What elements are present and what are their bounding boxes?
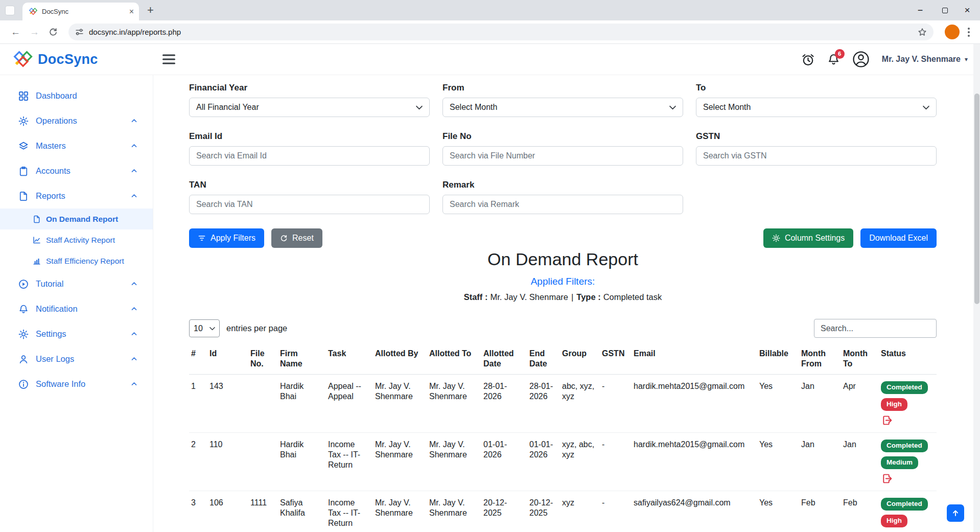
sidebar-item-software-info[interactable]: Software Info (0, 372, 153, 397)
reset-button[interactable]: Reset (271, 228, 322, 248)
sidebar-item-settings[interactable]: Settings (0, 321, 153, 346)
sidebar-item-label: User Logs (36, 354, 124, 364)
cell-month-from: Feb (799, 491, 841, 532)
window-minimize-button[interactable]: − (912, 0, 929, 20)
financial-year-select[interactable]: All Financial Year (189, 98, 430, 117)
cell-group: xyz, abc, xyz (560, 433, 600, 491)
cell-num: 1 (189, 375, 207, 433)
sidebar-item-on-demand-report[interactable]: On Demand Report (0, 209, 153, 229)
cell-billable: Yes (757, 433, 799, 491)
column-header[interactable]: GSTN (600, 344, 632, 375)
column-header[interactable]: Month From (799, 344, 841, 375)
gstn-label: GSTN (696, 131, 937, 142)
tab-title: DocSync (42, 8, 125, 15)
sidebar-item-accounts[interactable]: Accounts (0, 158, 153, 183)
notifications-bell-icon[interactable]: 6 (827, 53, 840, 66)
window-close-button[interactable]: × (959, 0, 976, 20)
download-excel-button[interactable]: Download Excel (860, 228, 937, 248)
column-header[interactable]: File No. (248, 344, 278, 375)
table-search-input[interactable] (814, 319, 937, 338)
column-header[interactable]: Month To (841, 344, 879, 375)
cell-billable: Yes (757, 491, 799, 532)
status-badge: Completed (881, 440, 928, 452)
sidebar-item-staff-activity-report[interactable]: Staff Activity Report (0, 229, 153, 250)
main-content: Financial Year All Financial Year From S… (153, 75, 980, 532)
gear-icon (18, 116, 29, 126)
tune-icon (75, 28, 84, 36)
scroll-to-top-button[interactable] (947, 504, 964, 522)
cell-id: 106 (207, 491, 248, 532)
column-header[interactable]: Status (879, 344, 937, 375)
forward-button[interactable]: → (30, 27, 39, 38)
column-header[interactable]: Firm Name (278, 344, 326, 375)
sidebar-item-operations[interactable]: Operations (0, 108, 153, 133)
hamburger-menu-icon[interactable] (162, 55, 175, 64)
sidebar-item-reports[interactable]: Reports (0, 183, 153, 209)
scrollbar-thumb[interactable] (974, 94, 979, 304)
refresh-button[interactable] (49, 28, 58, 37)
sidebar-item-staff-efficiency-report[interactable]: Staff Efficiency Report (0, 250, 153, 271)
person-icon (18, 354, 29, 364)
chevron-down-icon (209, 327, 215, 331)
apply-filters-button[interactable]: Apply Filters (189, 228, 264, 248)
caret-down-icon: ▾ (965, 56, 968, 63)
column-header[interactable]: End Date (527, 344, 560, 375)
alarm-clock-icon[interactable] (801, 53, 815, 66)
user-avatar-icon[interactable] (852, 51, 870, 68)
browser-menu-icon[interactable] (965, 26, 973, 39)
bookmark-star-icon[interactable] (918, 28, 927, 37)
browser-tab[interactable]: DocSync × (22, 3, 139, 20)
to-month-select[interactable]: Select Month (696, 98, 937, 117)
window-maximize-button[interactable] (936, 0, 953, 20)
from-month-select[interactable]: Select Month (442, 98, 683, 117)
column-header[interactable]: Group (560, 344, 600, 375)
chevron-up-icon (131, 381, 137, 387)
cell-task: Income Tax -- IT-Return (326, 491, 373, 532)
remark-label: Remark (442, 180, 683, 190)
column-header[interactable]: Email (632, 344, 757, 375)
line-chart-icon (33, 236, 41, 244)
entries-per-page-select[interactable]: 10 (189, 319, 220, 337)
tab-strip-left-icon[interactable] (5, 6, 15, 15)
select-value: All Financial Year (196, 103, 259, 112)
export-icon[interactable] (882, 473, 893, 484)
column-header[interactable]: Allotted To (427, 344, 481, 375)
cell-month-to: Apr (841, 375, 879, 433)
sidebar-item-dashboard[interactable]: Dashboard (0, 83, 153, 108)
sidebar-item-tutorial[interactable]: Tutorial (0, 271, 153, 296)
sidebar-item-notification[interactable]: Notification (0, 296, 153, 321)
cell-email: hardik.mehta2015@gmail.com (632, 433, 757, 491)
file-no-input[interactable] (442, 146, 683, 166)
column-header[interactable]: Task (326, 344, 373, 375)
column-settings-button[interactable]: Column Settings (763, 228, 853, 248)
address-bar[interactable]: docsync.in/app/reports.php (68, 24, 934, 40)
column-header[interactable]: Allotted By (373, 344, 427, 375)
export-icon[interactable] (882, 415, 893, 426)
cell-end-date: 28-01-2026 (527, 375, 560, 433)
column-header[interactable]: Billable (757, 344, 799, 375)
column-header[interactable]: # (189, 344, 207, 375)
column-header[interactable]: Allotted Date (481, 344, 527, 375)
new-tab-button[interactable]: + (147, 4, 154, 17)
browser-profile-avatar[interactable] (945, 25, 960, 39)
cell-allotted-by: Mr. Jay V. Shenmare (373, 491, 427, 532)
sidebar: Dashboard Operations Masters Accou (0, 75, 153, 532)
tan-input[interactable] (189, 195, 430, 214)
remark-input[interactable] (442, 195, 683, 214)
tab-close-icon[interactable]: × (129, 8, 134, 16)
chevron-down-icon (923, 105, 929, 110)
priority-badge: High (881, 398, 907, 411)
file-no-label: File No (442, 131, 683, 142)
sidebar-item-label: On Demand Report (46, 215, 118, 224)
sidebar-item-user-logs[interactable]: User Logs (0, 346, 153, 372)
sidebar-item-masters[interactable]: Masters (0, 133, 153, 158)
filter-icon (198, 234, 206, 242)
user-menu[interactable]: Mr. Jay V. Shenmare ▾ (882, 55, 968, 64)
back-button[interactable]: ← (11, 27, 20, 38)
info-circle-icon (18, 379, 29, 389)
column-header[interactable]: Id (207, 344, 248, 375)
email-id-input[interactable] (189, 146, 430, 166)
cell-allotted-date: 28-01-2026 (481, 375, 527, 433)
gstn-input[interactable] (696, 146, 937, 166)
email-id-label: Email Id (189, 131, 430, 142)
